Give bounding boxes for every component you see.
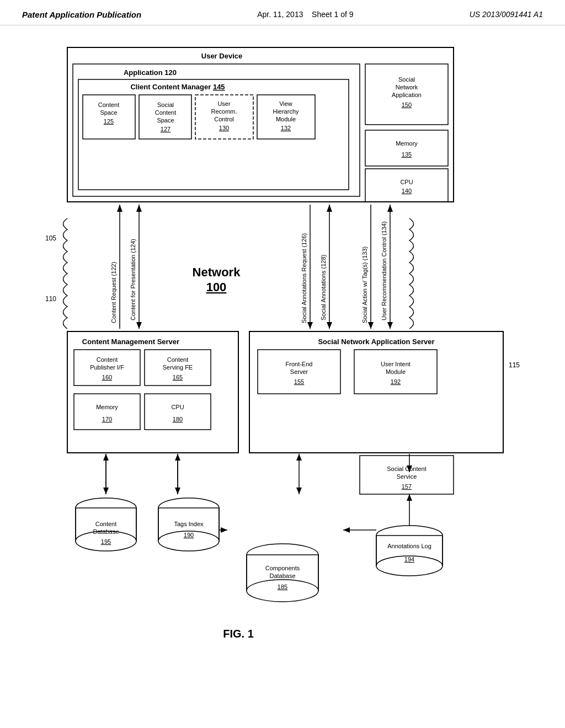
svg-text:155: 155 [294,378,304,385]
svg-marker-73 [407,494,412,501]
social-annotations-label: Social Annotations (128) [320,255,327,320]
svg-text:140: 140 [402,188,412,194]
svg-text:Space: Space [100,109,117,116]
svg-rect-24 [365,169,448,202]
svg-text:127: 127 [161,126,170,132]
svg-marker-68 [221,527,227,533]
fig-label: FIG. 1 [223,628,254,640]
svg-text:135: 135 [402,151,412,158]
network-number: 100 [206,280,227,294]
svg-text:195: 195 [101,538,111,545]
social-annotations-req-label: Social Annotations Request (126) [301,233,307,323]
annotations-log-label: Annotations Log [387,543,431,549]
svg-point-95 [247,580,318,602]
page-header: Patent Application Publication Apr. 11, … [0,0,565,25]
client-content-manager-label: Client Content Manager 145 [130,83,225,91]
content-serving-label: Content [167,356,189,363]
social-content-space-label: Social [157,101,174,108]
social-network-app-server-label: Social Network Application Server [318,338,434,346]
svg-marker-35 [327,322,332,329]
svg-marker-30 [136,322,142,329]
application-label: Application 120 [124,68,177,77]
content-mgmt-server-label: Content Management Server [82,338,179,346]
network-label: Network [193,265,241,279]
frontend-server-label: Front-End [286,361,313,367]
svg-text:Service: Service [397,473,417,480]
user-recommendation-ctrl-label: User Recommendation Control (134) [381,221,387,320]
view-hierarchy-label: View [279,100,292,107]
cpu-label-mid: CPU [171,404,184,410]
svg-text:Publisher I/F: Publisher I/F [90,364,124,371]
social-content-service-label: Social Content [387,465,427,472]
header-center: Apr. 11, 2013 Sheet 1 of 9 [257,10,353,19]
svg-text:157: 157 [402,483,412,490]
svg-text:130: 130 [219,125,229,131]
user-recomm-label: User [217,100,231,107]
user-device-label: User Device [201,52,242,60]
content-for-pres-label: Content for Presentation (124) [130,239,136,320]
svg-text:Database: Database [269,572,295,579]
social-network-app-label: Social [398,76,415,83]
svg-text:185: 185 [278,584,287,590]
svg-text:170: 170 [102,416,112,422]
svg-marker-39 [387,205,393,212]
svg-text:160: 160 [102,374,112,381]
svg-rect-22 [365,130,448,166]
svg-text:Application: Application [392,92,422,98]
content-request-label: Content Request (122) [110,262,117,323]
svg-marker-71 [296,488,302,494]
svg-marker-40 [387,322,393,329]
social-action-tags-label: Social Action w/ Tag(s) (133) [361,247,368,323]
ref-105: 105 [45,234,56,242]
svg-rect-2 [78,79,349,190]
svg-marker-29 [136,205,142,212]
svg-text:Content: Content [155,109,177,116]
svg-text:180: 180 [173,416,183,422]
svg-marker-66 [175,454,180,461]
svg-marker-70 [296,454,302,461]
svg-rect-48 [74,394,140,430]
svg-text:150: 150 [402,101,412,108]
svg-text:190: 190 [184,532,194,538]
content-publisher-label: Content [97,356,118,363]
svg-text:Server: Server [290,368,308,375]
memory-label-mid: Memory [96,404,118,410]
ref-115: 115 [509,361,520,369]
svg-rect-50 [145,394,211,430]
svg-marker-32 [307,322,313,329]
svg-text:Serving FE: Serving FE [163,364,193,371]
svg-marker-75 [343,527,350,533]
svg-text:165: 165 [173,374,183,381]
svg-text:Recomm.: Recomm. [211,108,237,115]
svg-text:Network: Network [396,84,418,90]
svg-marker-34 [327,205,332,212]
svg-text:Module: Module [386,368,406,375]
svg-text:125: 125 [104,118,114,125]
svg-text:Module: Module [276,116,296,122]
components-database-label: Components [265,565,300,571]
svg-text:Control: Control [214,116,233,122]
header-left: Patent Application Publication [22,10,141,19]
svg-text:Hierarchy: Hierarchy [273,108,299,115]
svg-marker-37 [368,322,374,329]
svg-text:192: 192 [391,378,401,385]
memory-label-top: Memory [396,140,418,147]
diagram-area: User Device Application 120 Client Conte… [0,25,565,682]
svg-text:132: 132 [281,125,291,131]
svg-marker-27 [117,205,122,212]
user-intent-label: User Intent [381,361,411,367]
svg-text:Database: Database [93,528,119,535]
content-space-label: Content [98,101,120,108]
cpu-label-top: CPU [400,179,413,185]
header-right: US 2013/0091441 A1 [470,10,543,19]
ref-110: 110 [45,295,56,303]
content-database-label: Content [95,521,117,527]
svg-text:Space: Space [157,117,174,124]
svg-text:194: 194 [404,556,414,563]
svg-marker-62 [103,454,109,461]
tags-index-label: Tags Index [174,521,204,527]
patent-diagram: User Device Application 120 Client Conte… [34,36,531,671]
